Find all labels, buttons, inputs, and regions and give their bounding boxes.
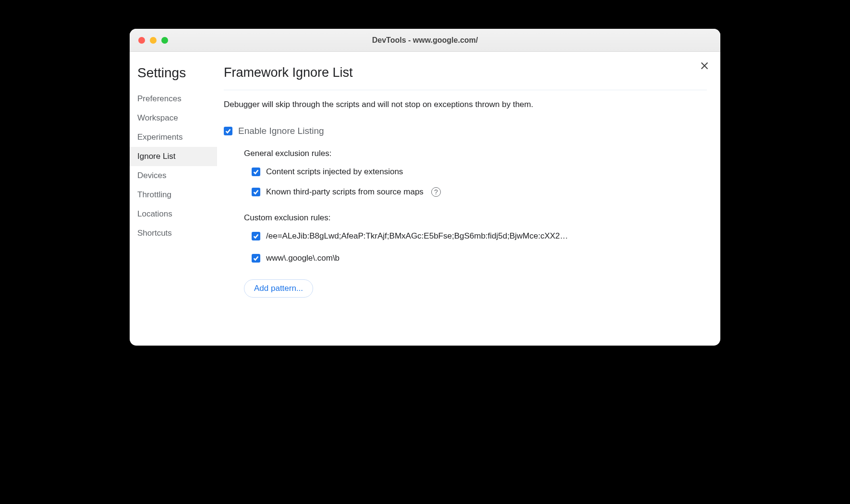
sidebar-item-devices[interactable]: Devices: [130, 166, 217, 185]
settings-body: Settings Preferences Workspace Experimen…: [130, 52, 720, 346]
enable-ignore-listing-label: Enable Ignore Listing: [238, 126, 324, 136]
main-panel: Framework Ignore List Debugger will skip…: [217, 52, 720, 346]
general-rules-heading: General exclusion rules:: [244, 149, 707, 158]
custom-rule-0-checkbox[interactable]: [252, 232, 260, 240]
sidebar-item-preferences[interactable]: Preferences: [130, 89, 217, 108]
content-scripts-checkbox[interactable]: [252, 168, 260, 176]
general-rule-content-scripts: Content scripts injected by extensions: [252, 167, 707, 177]
help-icon[interactable]: ?: [431, 187, 441, 197]
content-scripts-label: Content scripts injected by extensions: [266, 167, 403, 177]
sidebar-item-ignore-list[interactable]: Ignore List: [130, 147, 217, 166]
sidebar-item-workspace[interactable]: Workspace: [130, 108, 217, 128]
enable-ignore-listing-checkbox[interactable]: [224, 127, 232, 135]
devtools-window: DevTools - www.google.com/ Settings Pref…: [130, 29, 720, 346]
sidebar-item-locations[interactable]: Locations: [130, 204, 217, 224]
sidebar-title: Settings: [130, 65, 217, 89]
custom-rule-1-checkbox[interactable]: [252, 254, 260, 263]
custom-rule-row: www\.google\.com\b: [252, 253, 707, 263]
third-party-label: Known third-party scripts from source ma…: [266, 187, 424, 197]
sidebar: Settings Preferences Workspace Experimen…: [130, 52, 217, 346]
enable-ignore-listing-row: Enable Ignore Listing: [224, 126, 707, 136]
custom-rule-1-pattern: www\.google\.com\b: [266, 253, 340, 263]
sidebar-item-experiments[interactable]: Experiments: [130, 128, 217, 147]
close-icon[interactable]: [699, 60, 710, 73]
custom-rules-heading: Custom exclusion rules:: [244, 213, 707, 223]
custom-rule-0-pattern: /ee=ALeJib:B8gLwd;AfeaP:TkrAjf;BMxAGc:E5…: [266, 231, 568, 241]
add-pattern-button[interactable]: Add pattern...: [244, 279, 313, 298]
window-title: DevTools - www.google.com/: [130, 36, 720, 45]
page-title: Framework Ignore List: [224, 65, 707, 90]
sidebar-item-throttling[interactable]: Throttling: [130, 185, 217, 204]
titlebar: DevTools - www.google.com/: [130, 29, 720, 52]
third-party-checkbox[interactable]: [252, 188, 260, 196]
general-rule-third-party: Known third-party scripts from source ma…: [252, 187, 707, 197]
sidebar-item-shortcuts[interactable]: Shortcuts: [130, 224, 217, 243]
custom-rule-row: /ee=ALeJib:B8gLwd;AfeaP:TkrAjf;BMxAGc:E5…: [252, 231, 707, 241]
description-text: Debugger will skip through the scripts a…: [224, 100, 707, 109]
